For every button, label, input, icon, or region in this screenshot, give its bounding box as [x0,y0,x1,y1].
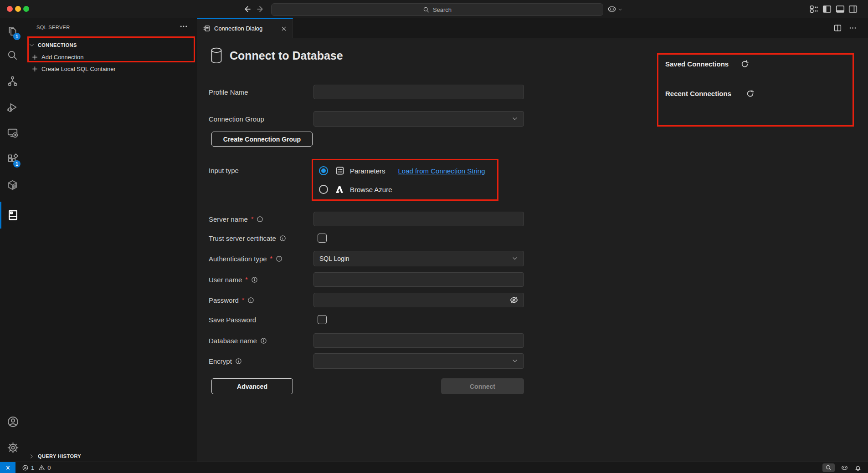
close-window-button[interactable] [7,6,13,12]
search-view-icon[interactable] [7,50,18,61]
copilot-icon[interactable] [607,4,617,14]
plus-icon [31,66,38,72]
copilot-status-icon[interactable] [841,464,848,472]
connection-group-label: Connection Group [209,114,264,123]
split-editor-icon[interactable] [833,24,842,32]
toggle-password-visibility-icon[interactable] [509,295,519,305]
source-control-icon[interactable] [7,76,18,87]
input-type-label: Input type [209,166,239,175]
chevron-down-icon [512,358,518,364]
info-icon[interactable] [260,337,267,344]
input-type-row-browse-azure: Browse Azure [319,184,392,194]
trust-server-certificate-checkbox[interactable] [318,234,327,243]
save-password-checkbox[interactable] [318,315,327,324]
search-placeholder: Search [433,6,452,13]
info-icon[interactable] [251,276,258,283]
info-icon[interactable] [247,297,254,304]
toggle-primary-sidebar-icon[interactable] [822,4,832,14]
connections-section-header[interactable]: CONNECTIONS [29,39,77,51]
sql-server-view-icon[interactable] [7,209,19,221]
notifications-bell-icon[interactable] [854,464,862,472]
explorer-badge: 1 [13,33,21,40]
minimize-window-button[interactable] [15,6,21,12]
info-icon[interactable] [235,358,242,365]
zoom-window-button[interactable] [23,6,29,12]
problems-indicator[interactable]: 1 0 [22,464,51,471]
sidebar-more-actions-icon[interactable] [179,22,188,31]
editor-more-actions-icon[interactable] [848,24,857,32]
navigate-forward-icon[interactable] [256,5,265,14]
warnings-count: 0 [47,464,51,471]
connect-button[interactable]: Connect [441,378,524,394]
containers-icon[interactable] [7,179,18,191]
advanced-button[interactable]: Advanced [211,378,293,394]
create-connection-group-button[interactable]: Create Connection Group [211,132,313,147]
sidebar-sql-server: SQL SERVER CONNECTIONS Add Connection Cr… [25,18,198,462]
activity-bar: 1 1 [0,18,26,462]
recent-connections-header: Recent Connections [665,90,731,97]
zoom-indicator[interactable] [822,463,835,472]
search-icon [423,6,430,13]
connection-dialog-editor: Connect to Database Profile Name Connect… [197,38,868,462]
load-from-connection-string-link[interactable]: Load from Connection String [398,167,485,175]
navigate-back-icon[interactable] [242,5,252,14]
toggle-secondary-sidebar-icon[interactable] [848,4,858,14]
refresh-icon[interactable] [746,89,755,98]
authentication-type-label: Authentication type * [209,254,282,263]
parameters-radio-label[interactable]: Parameters [350,167,385,175]
info-icon[interactable] [276,255,282,262]
database-name-input[interactable] [313,333,524,348]
close-tab-icon[interactable] [281,25,287,32]
remote-explorer-icon[interactable] [7,127,18,138]
status-bar: 1 0 [0,462,868,473]
vscode-window: Search 1 [0,0,868,473]
editor-tab-bar: Connection Dialog [197,18,868,38]
parameters-radio[interactable] [319,166,328,175]
server-name-input[interactable] [313,212,524,226]
chevron-down-icon [512,116,518,122]
trust-server-certificate-label: Trust server certificate [209,234,286,243]
sidebar-title: SQL SERVER [36,25,70,30]
extensions-badge: 1 [13,160,21,168]
profile-name-input[interactable] [313,85,524,99]
encrypt-select[interactable] [313,353,524,369]
user-name-input[interactable] [313,272,524,287]
warnings-icon [38,464,45,471]
parameters-icon [335,166,345,176]
required-marker: * [251,215,253,223]
right-panel-divider [655,38,655,462]
encrypt-label: Encrypt [209,356,242,366]
info-icon[interactable] [279,235,286,242]
customize-layout-icon[interactable] [809,4,819,14]
remote-indicator[interactable] [0,462,15,473]
password-label: Password * [209,295,254,305]
sidebar-item-add-connection[interactable]: Add Connection [31,51,84,63]
run-debug-icon[interactable] [7,102,18,113]
plus-icon [31,54,38,61]
chevron-right-icon [29,453,35,459]
tab-label: Connection Dialog [214,25,277,32]
sidebar-item-create-local-sql-container[interactable]: Create Local SQL Container [31,63,116,75]
accounts-icon[interactable] [7,416,19,428]
required-marker: * [270,255,272,262]
browse-azure-radio[interactable] [319,185,328,194]
toggle-panel-icon[interactable] [835,4,845,14]
chevron-down-icon [29,42,35,48]
saved-connections-header: Saved Connections [665,60,729,68]
copilot-chevron-down-icon[interactable] [618,7,622,12]
tab-connection-dialog[interactable]: Connection Dialog [197,18,293,38]
connection-group-select[interactable] [313,111,524,127]
refresh-icon[interactable] [740,60,749,68]
errors-icon [22,464,29,471]
database-name-label: Database name [209,336,267,345]
connection-dialog-tab-icon [203,25,211,32]
settings-gear-icon[interactable] [7,442,19,454]
authentication-type-select[interactable]: SQL Login [313,251,524,266]
browse-azure-radio-label[interactable]: Browse Azure [350,186,392,193]
required-marker: * [245,276,247,283]
query-history-section-header[interactable]: QUERY HISTORY [29,450,197,462]
info-icon[interactable] [257,216,263,223]
recent-connections-header-row: Recent Connections [665,89,755,98]
password-input[interactable] [313,293,524,307]
command-center-search[interactable]: Search [271,3,603,16]
